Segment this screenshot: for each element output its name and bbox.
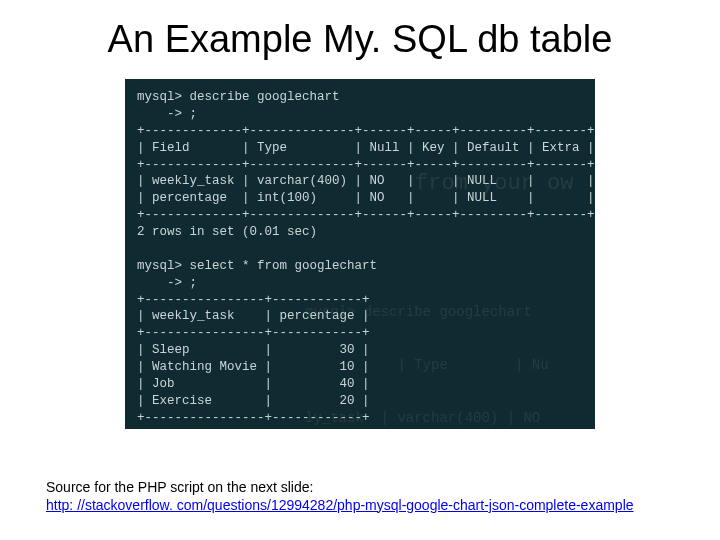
- slide: An Example My. SQL db table mysql> descr…: [0, 0, 720, 540]
- border: +-------------+--------------+------+---…: [137, 158, 595, 172]
- semicolon: ;: [190, 276, 198, 290]
- prompt-cont: ->: [137, 276, 182, 290]
- select-row: | Job | 40 |: [137, 377, 370, 391]
- slide-title: An Example My. SQL db table: [50, 18, 670, 61]
- prompt: mysql>: [137, 90, 182, 104]
- cmd-select: select * from googlechart: [190, 259, 378, 273]
- terminal-screenshot: mysql> describe googlechart -> ; +------…: [125, 79, 595, 429]
- border: +-------------+--------------+------+---…: [137, 208, 595, 222]
- footer-lead: Source for the PHP script on the next sl…: [46, 479, 313, 495]
- select-row: | Sleep | 30 |: [137, 343, 370, 357]
- describe-row: | percentage | int(100) | NO | | NULL | …: [137, 191, 595, 205]
- prompt: mysql>: [137, 259, 182, 273]
- describe-header: | Field | Type | Null | Key | Default | …: [137, 141, 595, 155]
- describe-result: 2 rows in set (0.01 sec): [137, 225, 317, 239]
- border: +----------------+------------+: [137, 326, 370, 340]
- prompt-cont: ->: [137, 107, 182, 121]
- border: +-------------+--------------+------+---…: [137, 124, 595, 138]
- source-link[interactable]: http: //stackoverflow. com/questions/129…: [46, 497, 634, 513]
- select-result: 4 rows in set (0.00 sec): [137, 428, 317, 430]
- border: +----------------+------------+: [137, 293, 370, 307]
- cmd-describe: describe googlechart: [190, 90, 340, 104]
- select-row: | Watching Movie | 10 |: [137, 360, 370, 374]
- footer: Source for the PHP script on the next sl…: [46, 479, 674, 514]
- border: +----------------+------------+: [137, 411, 370, 425]
- semicolon: ;: [190, 107, 198, 121]
- select-header: | weekly_task | percentage |: [137, 309, 370, 323]
- describe-row: | weekly_task | varchar(400) | NO | | NU…: [137, 174, 595, 188]
- select-row: | Exercise | 20 |: [137, 394, 370, 408]
